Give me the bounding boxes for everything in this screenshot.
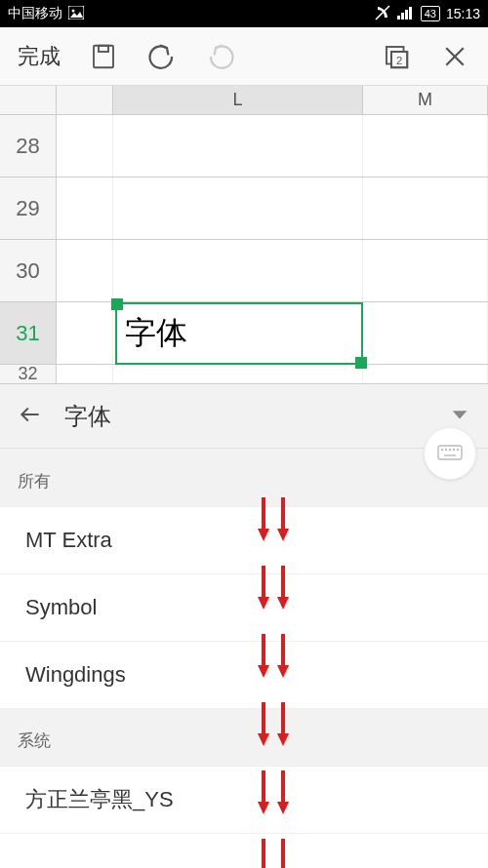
- font-item-mt-extra[interactable]: MT Extra: [0, 506, 488, 574]
- font-item-fzlth[interactable]: 方正兰亭黑_YS: [0, 766, 488, 834]
- svg-rect-6: [409, 7, 412, 20]
- selection-handle-tl[interactable]: [111, 298, 123, 310]
- svg-point-1: [72, 9, 75, 12]
- row-header-32[interactable]: 32: [0, 365, 57, 383]
- cell[interactable]: [57, 115, 113, 177]
- section-all-label: 所有: [0, 449, 488, 506]
- row-header-28[interactable]: 28: [0, 115, 57, 177]
- selection-handle-br[interactable]: [355, 357, 367, 369]
- carrier-label: 中国移动: [8, 5, 62, 22]
- svg-point-21: [458, 450, 459, 451]
- row-header-30[interactable]: 30: [0, 240, 57, 301]
- battery-level: 43: [421, 6, 440, 21]
- font-panel: 字体 所有 MT Extra Symbol Wingdings 系统 方正兰亭黑…: [0, 384, 488, 834]
- row-header-29[interactable]: 29: [0, 178, 57, 239]
- save-button[interactable]: [74, 27, 133, 86]
- svg-marker-24: [453, 411, 468, 418]
- close-button[interactable]: [426, 27, 484, 86]
- column-header-L[interactable]: L: [113, 86, 363, 114]
- selected-cell-value: 字体: [125, 312, 187, 355]
- cell[interactable]: [113, 178, 363, 239]
- status-bar: 中国移动 43 15:13: [0, 0, 488, 27]
- font-item-symbol[interactable]: Symbol: [0, 573, 488, 642]
- cell[interactable]: [57, 240, 113, 301]
- image-icon: [68, 6, 84, 22]
- column-header-blank[interactable]: [57, 86, 113, 114]
- svg-rect-8: [99, 45, 108, 51]
- cell[interactable]: [57, 302, 113, 364]
- cell[interactable]: [57, 365, 113, 383]
- signal-icon: [397, 6, 415, 22]
- done-button[interactable]: 完成: [4, 42, 74, 71]
- spreadsheet-grid[interactable]: L M 28 29 30 31 32 字体: [0, 86, 488, 384]
- svg-rect-4: [401, 13, 404, 20]
- panel-header: 字体: [0, 384, 488, 449]
- cell[interactable]: [113, 240, 363, 301]
- svg-rect-15: [438, 446, 462, 459]
- undo-button[interactable]: [133, 27, 191, 86]
- panel-back-button[interactable]: [18, 402, 43, 431]
- cell[interactable]: [363, 240, 488, 301]
- cell[interactable]: [113, 365, 363, 383]
- panel-title: 字体: [64, 401, 111, 432]
- cell[interactable]: [363, 178, 488, 239]
- clock: 15:13: [446, 6, 480, 21]
- svg-text:2: 2: [396, 54, 402, 65]
- svg-point-19: [450, 450, 451, 451]
- mute-icon: [374, 4, 391, 24]
- svg-rect-7: [94, 45, 113, 67]
- select-all-corner[interactable]: [0, 86, 57, 114]
- row-header-31[interactable]: 31: [0, 302, 57, 364]
- svg-rect-3: [397, 16, 400, 20]
- selected-cell[interactable]: 字体: [115, 302, 363, 365]
- svg-point-20: [454, 450, 455, 451]
- tabs-button[interactable]: 2: [367, 27, 426, 86]
- redo-button[interactable]: [191, 27, 250, 86]
- cell[interactable]: [57, 178, 113, 239]
- section-system-label: 系统: [0, 708, 488, 766]
- cell[interactable]: [113, 115, 363, 177]
- column-header-M[interactable]: M: [363, 86, 488, 114]
- cell[interactable]: [363, 115, 488, 177]
- svg-rect-5: [405, 10, 408, 20]
- panel-collapse-button[interactable]: [449, 404, 470, 429]
- svg-point-18: [446, 450, 447, 451]
- svg-point-17: [442, 450, 443, 451]
- font-item-wingdings[interactable]: Wingdings: [0, 641, 488, 709]
- editor-toolbar: 完成 2: [0, 27, 488, 86]
- keyboard-toggle-button[interactable]: [424, 427, 476, 480]
- cell[interactable]: [363, 302, 488, 364]
- cell[interactable]: [363, 365, 488, 383]
